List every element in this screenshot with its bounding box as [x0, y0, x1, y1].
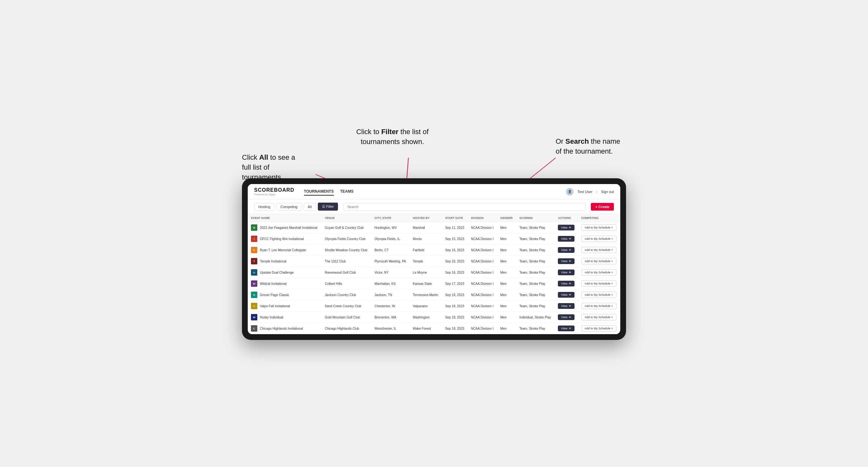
division-cell-9: NCAA Division I — [468, 323, 497, 334]
all-filter-btn[interactable]: All — [304, 203, 316, 211]
logo-sub: Powered by clippd — [254, 193, 294, 196]
eye-icon-8: 👁 — [569, 316, 571, 319]
view-label-2: View — [561, 248, 567, 252]
competing-cell-0: Add to My Schedule + — [578, 222, 620, 234]
competing-cell-8: Add to My Schedule + — [578, 312, 620, 323]
table-row: G Grover Page Classic Jackson Country Cl… — [248, 289, 620, 301]
eye-icon-5: 👁 — [569, 282, 571, 285]
competing-cell-2: Add to My Schedule + — [578, 245, 620, 256]
scoring-cell-9: Team, Stroke Play — [516, 323, 555, 334]
start-date-cell-7: Sep 18, 2023 — [442, 301, 468, 312]
nav-tab-teams[interactable]: TEAMS — [340, 188, 354, 195]
event-cell-2: F Ryan T. Lee Memorial Collegiate — [248, 245, 322, 256]
add-schedule-btn-8[interactable]: Add to My Schedule + — [581, 314, 616, 320]
actions-cell-7: View 👁 — [555, 301, 578, 312]
eye-icon-2: 👁 — [569, 249, 571, 252]
view-btn-2[interactable]: View 👁 — [558, 247, 574, 253]
gender-cell-1: Men — [497, 234, 516, 245]
add-schedule-btn-5[interactable]: Add to My Schedule + — [581, 280, 616, 287]
add-schedule-btn-0[interactable]: Add to My Schedule + — [581, 224, 616, 231]
add-schedule-btn-4[interactable]: Add to My Schedule + — [581, 269, 616, 276]
gender-cell-9: Men — [497, 323, 516, 334]
venue-cell-1: Olympia Fields Country Club — [322, 234, 371, 245]
gender-cell-5: Men — [497, 278, 516, 289]
event-logo-1: I — [251, 236, 257, 242]
add-schedule-btn-2[interactable]: Add to My Schedule + — [581, 247, 616, 253]
competing-cell-1: Add to My Schedule + — [578, 234, 620, 245]
view-btn-3[interactable]: View 👁 — [558, 258, 574, 264]
division-cell-7: NCAA Division I — [468, 301, 497, 312]
start-date-cell-6: Sep 18, 2023 — [442, 289, 468, 301]
view-btn-8[interactable]: View 👁 — [558, 314, 574, 320]
table-row: W Wildcat Invitational Colbert Hills Man… — [248, 278, 620, 289]
user-avatar: 👤 — [566, 188, 574, 195]
start-date-cell-9: Sep 18, 2023 — [442, 323, 468, 334]
hosted-by-cell-3: Temple — [410, 256, 442, 267]
view-btn-4[interactable]: View 👁 — [558, 270, 574, 275]
add-schedule-btn-3[interactable]: Add to My Schedule + — [581, 258, 616, 264]
event-cell-6: G Grover Page Classic — [248, 289, 322, 301]
view-btn-0[interactable]: View 👁 — [558, 225, 574, 230]
event-logo-0: M — [251, 224, 257, 231]
table-container: EVENT NAME VENUE CITY, STATE HOSTED BY S… — [248, 214, 620, 334]
actions-cell-4: View 👁 — [555, 267, 578, 278]
filter-toggle-btn[interactable]: ☰ Filter — [318, 203, 338, 211]
header-right: 👤 Test User | Sign out — [566, 188, 614, 195]
start-date-cell-8: Sep 18, 2023 — [442, 312, 468, 323]
gender-cell-4: Men — [497, 267, 516, 278]
actions-cell-3: View 👁 — [555, 256, 578, 267]
competing-cell-6: Add to My Schedule + — [578, 289, 620, 301]
start-date-cell-4: Sep 16, 2023 — [442, 267, 468, 278]
logo-area: SCOREBOARD Powered by clippd — [254, 187, 294, 196]
filter-icon: ☰ — [322, 205, 325, 208]
competing-cell-7: Add to My Schedule + — [578, 301, 620, 312]
city-state-cell-6: Jackson, TN — [371, 289, 410, 301]
view-btn-7[interactable]: View 👁 — [558, 303, 574, 309]
hosting-filter-btn[interactable]: Hosting — [254, 203, 274, 211]
event-logo-2: F — [251, 247, 257, 253]
view-btn-1[interactable]: View 👁 — [558, 236, 574, 242]
event-name-7: Valpo Fall Invitational — [260, 304, 290, 308]
view-label-9: View — [561, 327, 567, 330]
start-date-cell-1: Sep 15, 2023 — [442, 234, 468, 245]
add-schedule-btn-9[interactable]: Add to My Schedule + — [581, 325, 616, 332]
venue-cell-7: Sand Creek Country Club — [322, 301, 371, 312]
hosted-by-cell-0: Marshall — [410, 222, 442, 234]
actions-cell-0: View 👁 — [555, 222, 578, 234]
tablet-screen: SCOREBOARD Powered by clippd TOURNAMENTS… — [248, 184, 620, 334]
view-btn-5[interactable]: View 👁 — [558, 281, 574, 286]
venue-cell-9: Chicago Highlands Club — [322, 323, 371, 334]
tournaments-table: EVENT NAME VENUE CITY, STATE HOSTED BY S… — [248, 214, 620, 334]
hosted-by-cell-1: Illinois — [410, 234, 442, 245]
city-state-cell-2: Berlin, CT — [371, 245, 410, 256]
competing-cell-5: Add to My Schedule + — [578, 278, 620, 289]
table-row: I OFCC Fighting Illini Invitational Olym… — [248, 234, 620, 245]
competing-filter-btn[interactable]: Competing — [276, 203, 302, 211]
add-schedule-btn-1[interactable]: Add to My Schedule + — [581, 236, 616, 242]
nav-tab-tournaments[interactable]: TOURNAMENTS — [304, 188, 334, 195]
event-cell-4: U Upstate Dual Challenge — [248, 267, 322, 278]
add-schedule-btn-6[interactable]: Add to My Schedule + — [581, 291, 616, 298]
search-input[interactable] — [343, 203, 586, 211]
scoring-cell-8: Individual, Stroke Play — [516, 312, 555, 323]
division-cell-1: NCAA Division I — [468, 234, 497, 245]
event-name-9: Chicago Highlands Invitational — [260, 327, 303, 330]
eye-icon-9: 👁 — [569, 327, 571, 330]
nav-tabs: TOURNAMENTS TEAMS — [304, 188, 566, 195]
annotation-right: Or Search the name of the tournament. — [556, 137, 626, 157]
scoring-cell-6: Team, Stroke Play — [516, 289, 555, 301]
filter-bar: Hosting Competing All ☰ Filter + Create — [248, 199, 620, 214]
event-logo-8: W — [251, 314, 257, 320]
add-schedule-btn-7[interactable]: Add to My Schedule + — [581, 303, 616, 309]
event-logo-5: W — [251, 280, 257, 287]
create-btn[interactable]: + Create — [591, 203, 614, 211]
col-venue: VENUE — [322, 214, 371, 222]
gender-cell-0: Men — [497, 222, 516, 234]
city-state-cell-5: Manhattan, KS — [371, 278, 410, 289]
city-state-cell-0: Huntington, WV — [371, 222, 410, 234]
division-cell-4: NCAA Division I — [468, 267, 497, 278]
sign-out-link[interactable]: Sign out — [601, 190, 614, 194]
scoring-cell-4: Team, Stroke Play — [516, 267, 555, 278]
view-btn-6[interactable]: View 👁 — [558, 292, 574, 298]
view-btn-9[interactable]: View 👁 — [558, 325, 574, 331]
